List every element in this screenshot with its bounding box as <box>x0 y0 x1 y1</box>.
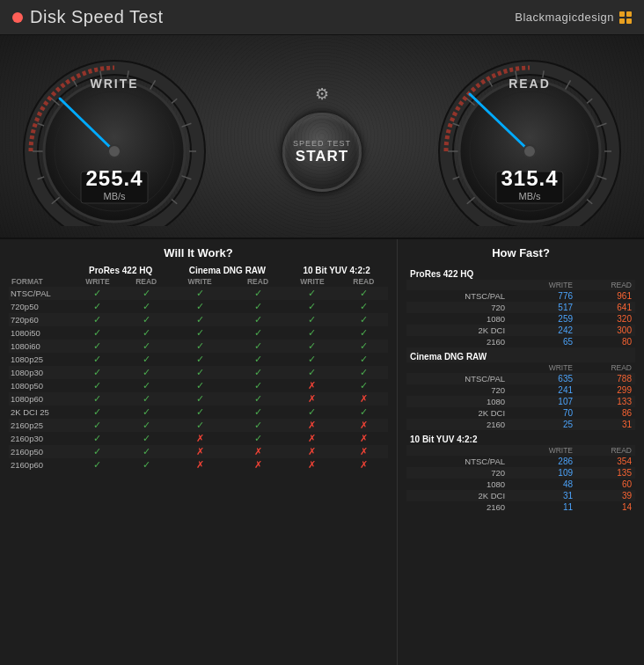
cell: ✓ <box>231 300 286 313</box>
app-title: Disk Speed Test <box>30 7 164 27</box>
hf-label: 2160 <box>406 419 510 430</box>
row-label: 720p60 <box>9 313 72 326</box>
cell: ✓ <box>340 313 388 326</box>
cell: ✓ <box>123 340 169 353</box>
cell: ✓ <box>169 379 230 392</box>
read-val: 80 <box>576 336 635 347</box>
svg-point-20 <box>108 145 121 157</box>
cell: ✗ <box>285 419 339 432</box>
format-subheader: FORMAT <box>9 276 72 287</box>
cell: ✗ <box>285 458 339 471</box>
start-label: START <box>296 148 348 165</box>
write-val: 65 <box>510 336 576 347</box>
group-row: 10 Bit YUV 4:2:2 <box>406 430 635 445</box>
cell: ✓ <box>285 406 339 419</box>
cell: ✓ <box>72 326 123 340</box>
cell: ✓ <box>72 366 123 379</box>
hf-label: 1080 <box>406 313 510 325</box>
table-row: 1080p25✓✓✓✓✓✓ <box>9 353 388 366</box>
table-row: 2160p50✓✓✗✗✗✗ <box>9 445 388 458</box>
read-val: 299 <box>576 384 635 396</box>
cell: ✓ <box>123 326 169 340</box>
read-val: 961 <box>576 290 635 302</box>
row-label: NTSC/PAL <box>9 287 72 300</box>
write-val: 48 <box>510 479 576 490</box>
cell: ✗ <box>340 432 388 445</box>
cell: ✓ <box>72 406 123 419</box>
write-val: 776 <box>510 290 576 302</box>
cell: ✓ <box>169 353 230 366</box>
row-label: 2160p50 <box>9 445 72 458</box>
row-label: 2K DCI 25 <box>9 406 72 419</box>
cell: ✓ <box>285 366 339 379</box>
table-row: 2K DCI 31 39 <box>406 490 635 501</box>
table-row: 2160p25✓✓✓✓✗✗ <box>9 419 388 432</box>
table-row: 2160p30✓✓✗✓✗✗ <box>9 432 388 445</box>
read-gauge: READ 315.4 MB/s <box>433 50 626 226</box>
svg-point-42 <box>523 145 536 157</box>
cell: ✓ <box>123 392 169 406</box>
cell: ✓ <box>72 340 123 353</box>
cell: ✓ <box>123 353 169 366</box>
cell: ✓ <box>285 287 339 300</box>
write-label: WRITE <box>90 77 138 91</box>
write-val: 25 <box>510 419 576 430</box>
gear-icon[interactable]: ⚙ <box>315 84 329 104</box>
cell: ✓ <box>169 419 230 432</box>
start-button[interactable]: SPEED TEST START <box>282 113 362 192</box>
cell: ✓ <box>285 300 339 313</box>
write-val: 517 <box>510 302 576 313</box>
cell: ✓ <box>231 432 286 445</box>
read-value: 315.4 <box>501 166 558 191</box>
cell: ✗ <box>231 445 286 458</box>
cell: ✓ <box>285 353 339 366</box>
write-val: 107 <box>510 396 576 407</box>
cell: ✓ <box>72 353 123 366</box>
read-val: 31 <box>576 419 635 430</box>
cell: ✓ <box>72 287 123 300</box>
row-label: 1080i50 <box>9 326 72 340</box>
cell: ✓ <box>285 340 339 353</box>
read-val: 39 <box>576 490 635 501</box>
cell: ✓ <box>72 458 123 471</box>
row-label: 2160p60 <box>9 458 72 471</box>
cell: ✗ <box>285 392 339 406</box>
row-label: 2160p25 <box>9 419 72 432</box>
group-row: Cinema DNG RAW <box>406 347 635 362</box>
cell: ✓ <box>123 432 169 445</box>
write-value: 255.4 <box>85 166 143 191</box>
table-row: 2160 25 31 <box>406 419 635 430</box>
close-button[interactable] <box>12 12 23 23</box>
hf-label: 720 <box>406 384 510 396</box>
cell: ✓ <box>340 326 388 340</box>
cell: ✓ <box>231 392 286 406</box>
write-val: 241 <box>510 384 576 396</box>
cell: ✗ <box>285 379 339 392</box>
read-value-box: 315.4 MB/s <box>501 166 558 201</box>
cell: ✓ <box>72 300 123 313</box>
center-panel: ⚙ SPEED TEST START <box>282 84 362 192</box>
table-row: 1080 107 133 <box>406 396 635 407</box>
will-it-work-heading: Will It Work? <box>9 246 388 259</box>
row-label: 1080i60 <box>9 340 72 353</box>
write-unit: MB/s <box>85 191 143 201</box>
row-label: 2160p30 <box>9 432 72 445</box>
cell: ✗ <box>340 392 388 406</box>
cell: ✓ <box>169 313 230 326</box>
group-name: 10 Bit YUV 4:2:2 <box>406 430 635 445</box>
speed-test-label: SPEED TEST <box>293 139 351 148</box>
cell: ✓ <box>123 300 169 313</box>
cell: ✓ <box>169 287 230 300</box>
table-row: 720p50✓✓✓✓✓✓ <box>9 300 388 313</box>
hf-label: 2160 <box>406 336 510 347</box>
cell: ✓ <box>72 419 123 432</box>
will-it-work-panel: Will It Work? ProRes 422 HQ Cinema DNG R… <box>0 239 398 665</box>
cell: ✓ <box>231 287 286 300</box>
write-val: 635 <box>510 373 576 384</box>
table-row: NTSC/PAL✓✓✓✓✓✓ <box>9 287 388 300</box>
row-label: 1080p30 <box>9 366 72 379</box>
brand: Blackmagicdesign <box>515 11 632 24</box>
cell: ✓ <box>169 340 230 353</box>
read-val: 133 <box>576 396 635 407</box>
cell: ✗ <box>285 445 339 458</box>
